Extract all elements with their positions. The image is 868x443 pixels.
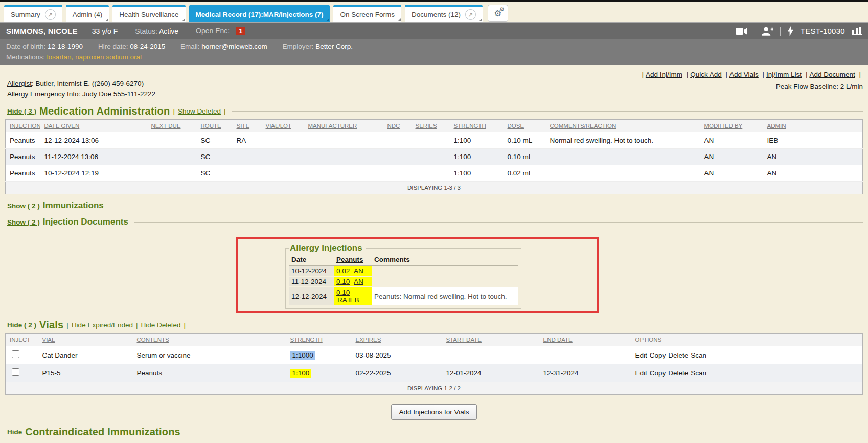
allergist-link[interactable]: Allergist	[7, 80, 32, 87]
cell-injection: 0.02 AN	[334, 266, 372, 277]
edit-link[interactable]: Edit	[635, 369, 647, 377]
allergy-emergency-value: : Judy Doe 555-111-2222	[79, 90, 155, 98]
col-next-due[interactable]: NEXT DUE	[147, 120, 197, 132]
show-toggle-link[interactable]: Show ( 2 )	[7, 218, 40, 226]
hide-toggle-link[interactable]: Hide	[7, 428, 22, 436]
divider	[191, 325, 863, 325]
inj-imm-list-link[interactable]: Inj/Imm List	[766, 71, 802, 78]
external-link-icon[interactable]: ↗	[45, 9, 56, 20]
copy-link[interactable]: Copy	[650, 369, 666, 377]
cell-comment	[372, 266, 518, 277]
add-document-link[interactable]: Add Document	[809, 71, 855, 78]
col-series[interactable]: SERIES	[412, 120, 450, 132]
displaying-count: DISPLAYING 1-2 / 2	[6, 382, 863, 395]
separator: ,	[72, 53, 76, 61]
inject-checkbox[interactable]	[12, 350, 19, 358]
col-contents[interactable]: CONTENTS	[133, 334, 286, 346]
dose-link[interactable]: 0.02	[336, 267, 350, 275]
col-site[interactable]: SITE	[233, 120, 262, 132]
col-vial-lot[interactable]: VIAL/LOT	[262, 120, 304, 132]
col-dose[interactable]: DOSE	[504, 120, 546, 132]
cell-date-given: 12-12-2024 13:06	[40, 132, 147, 149]
initials-link[interactable]: AN	[354, 278, 363, 285]
cell-options: EditCopyDeleteScan	[631, 364, 863, 382]
tab-on-screen-forms[interactable]: On Screen Forms	[333, 5, 401, 22]
external-link-icon[interactable]: ↗	[465, 9, 476, 20]
col-start-date[interactable]: START DATE	[442, 334, 539, 346]
lightning-icon[interactable]	[787, 26, 794, 36]
col-comments[interactable]: COMMENTS/REACTION	[546, 120, 700, 132]
video-camera-icon[interactable]	[736, 27, 748, 35]
col-date-given[interactable]: DATE GIVEN	[40, 120, 147, 132]
add-person-icon[interactable]	[762, 27, 773, 36]
col-vial[interactable]: VIAL	[38, 334, 133, 346]
col-end-date[interactable]: END DATE	[539, 334, 631, 346]
quick-add-link[interactable]: Quick Add	[690, 71, 722, 78]
col-ndc[interactable]: NDC	[383, 120, 412, 132]
tab-medical-record[interactable]: Medical Record (17):MAR/Injections (7)	[189, 5, 330, 22]
patient-name: SIMMONS, NICOLE	[6, 27, 78, 35]
copy-link[interactable]: Copy	[650, 351, 666, 359]
dose-link[interactable]: 0.10	[336, 289, 350, 296]
tab-admin[interactable]: Admin (4)	[66, 5, 109, 22]
cell-ndc	[383, 165, 412, 182]
initials-link[interactable]: IEB	[348, 296, 359, 304]
delete-link[interactable]: Delete	[668, 369, 688, 377]
col-route[interactable]: ROUTE	[197, 120, 233, 132]
initials-link[interactable]: AN	[354, 267, 363, 275]
peak-flow-baseline-link[interactable]: Peak Flow Baseline	[776, 83, 837, 91]
hide-expired-link[interactable]: Hide Expired/Ended	[72, 321, 133, 329]
section-title: Medication Administration	[39, 105, 170, 117]
col-modified-by[interactable]: MODIFIED BY	[700, 120, 763, 132]
hide-toggle-link[interactable]: Hide ( 2 )	[7, 321, 36, 329]
cell-start-date	[442, 346, 539, 364]
tab-health-surveillance[interactable]: Health Surveillance	[112, 5, 185, 22]
dose-link[interactable]: 0.10	[336, 278, 350, 285]
col-strength[interactable]: STRENGTH	[450, 120, 504, 132]
allergy-emergency-info-link[interactable]: Allergy Emergency Info	[7, 90, 79, 98]
cell-ndc	[383, 132, 412, 149]
inject-checkbox[interactable]	[12, 368, 19, 376]
tab-dropdown-corner	[479, 18, 482, 21]
open-enc-badge[interactable]: 1	[236, 27, 245, 35]
col-admin[interactable]: ADMIN	[763, 120, 863, 132]
add-vials-link[interactable]: Add Vials	[729, 71, 759, 78]
action-links-row: |Add Inj/Imm |Quick Add |Add Vials |Inj/…	[639, 71, 863, 78]
settings-button[interactable]: ⚙ ⚙	[488, 5, 508, 22]
cell-vial-lot	[262, 132, 304, 149]
cell-strength: 1:100	[450, 149, 504, 165]
delete-link[interactable]: Delete	[668, 351, 688, 359]
cell-vial: P15-5	[38, 364, 133, 382]
hide-deleted-link[interactable]: Hide Deleted	[141, 321, 180, 329]
strength-highlight: 1:1000	[290, 351, 315, 360]
col-strength[interactable]: STRENGTH	[286, 334, 352, 346]
medication-link[interactable]: losartan	[47, 53, 72, 61]
add-injections-for-vials-button[interactable]: Add Injections for Vials	[391, 404, 476, 420]
separator	[755, 27, 755, 36]
cell-expires: 02-22-2025	[352, 364, 442, 382]
add-inj-imm-link[interactable]: Add Inj/Imm	[646, 71, 682, 78]
tab-summary[interactable]: Summary ↗	[4, 5, 62, 22]
col-manufacturer[interactable]: MANUFACTURER	[304, 120, 383, 132]
col-peanuts[interactable]: Peanuts	[334, 255, 372, 266]
tab-label: Admin (4)	[73, 11, 103, 18]
cell-next-due	[147, 132, 197, 149]
col-injection[interactable]: INJECTION	[6, 120, 40, 132]
show-deleted-link[interactable]: Show Deleted	[178, 107, 221, 115]
cell-start-date: 12-01-2024	[442, 364, 539, 382]
hide-toggle-link[interactable]: Hide ( 3 )	[7, 107, 36, 115]
injection-documents-heading: Show ( 2 ) Injection Documents	[7, 217, 863, 227]
show-toggle-link[interactable]: Show ( 2 )	[7, 202, 40, 210]
cell-inject	[6, 364, 38, 382]
col-expires[interactable]: EXPIRES	[352, 334, 442, 346]
edit-link[interactable]: Edit	[635, 351, 647, 359]
cell-route: SC	[197, 132, 233, 149]
tab-documents[interactable]: Documents (12) ↗	[405, 5, 483, 22]
bar-chart-icon[interactable]	[852, 27, 862, 35]
medication-link[interactable]: naproxen sodium oral	[75, 53, 142, 61]
scan-link[interactable]: Scan	[691, 369, 706, 377]
cell-next-due	[147, 149, 197, 165]
table-footer-row: DISPLAYING 1-2 / 2	[6, 382, 863, 395]
table-row: P15-5 Peanuts 1:100 02-22-2025 12-01-202…	[6, 364, 863, 382]
scan-link[interactable]: Scan	[691, 351, 706, 359]
